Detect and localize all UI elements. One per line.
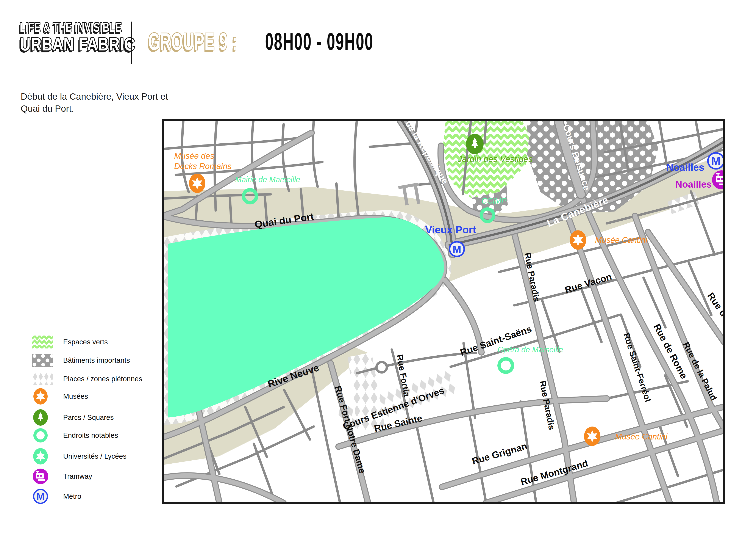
legend-label: Parcs / Squares — [63, 413, 114, 422]
metro-letter: M — [711, 155, 720, 167]
poi-label-noailles-tram: Noailles — [675, 179, 712, 189]
legend-item-endroits: Endroits notables — [32, 428, 53, 443]
title-line1: LIFE & THE INVISIBLE — [20, 21, 122, 34]
legend-label: Endroits notables — [63, 431, 118, 439]
poi-label-opera: Opéra de Marseille — [498, 345, 563, 354]
legend-item-places: Places / zones piétonnes — [32, 372, 53, 385]
legend-label: Universités / Lycées — [63, 452, 126, 461]
chevron-swatch-icon — [32, 336, 53, 349]
legend-label: Musées — [63, 392, 88, 401]
diamond-swatch-icon — [32, 372, 53, 385]
legend-label: Bâtiments importants — [63, 356, 130, 364]
legend-item-parcs: Parcs / Squares — [32, 409, 53, 426]
legend-item-metro: M Métro — [32, 488, 53, 505]
metro-marker-vieux-port: M — [449, 242, 464, 256]
title-line2: URBAN FABRIC — [20, 35, 135, 54]
poi-label-vieux-port: Vieux Port — [425, 224, 476, 236]
legend-label: Places / zones piétonnes — [63, 375, 142, 383]
route-description: Début de la Canebière, Vieux Port et Qua… — [21, 91, 180, 115]
city-map: M M Quai du Port Rive Neuve Cours Estien… — [162, 119, 725, 504]
legend-item-musees: Musées — [32, 388, 53, 405]
metro-marker-noailles: M — [708, 153, 724, 169]
poi-label-jardin-des-vestiges: Jardin des Vestiges — [458, 154, 533, 164]
poi-label-noailles-metro: Noailles — [666, 162, 704, 173]
park-marker-jardin — [466, 134, 484, 154]
metro-letter: M — [452, 243, 461, 255]
svg-text:M: M — [37, 491, 44, 502]
poi-label-musee-cantini-lower: Musée Cantini — [615, 432, 668, 441]
group-header: GROUPE 9 : 08H00 - 09H00 — [148, 28, 440, 55]
legend-item-batiments: Bâtiments importants — [32, 354, 53, 367]
poi-label-ccimp: CCIMP — [481, 196, 506, 205]
tram-icon — [32, 468, 53, 485]
legend-label: Métro — [63, 492, 81, 500]
university-icon — [32, 448, 53, 465]
metro-icon: M — [32, 488, 53, 505]
map-canvas: M M Quai du Port Rive Neuve Cours Estien… — [162, 119, 725, 504]
dots-swatch-icon — [32, 354, 53, 367]
museum-marker-docks-romains — [189, 174, 205, 193]
header-divider — [131, 21, 132, 64]
legend-item-universites: Universités / Lycées — [32, 448, 53, 465]
poi-label-musee-docks-line1: Musée des — [174, 152, 214, 160]
app-title: LIFE & THE INVISIBLE URBAN FABRIC — [20, 21, 161, 54]
museum-marker-cantini-upper — [570, 230, 586, 250]
notable-ring-icon — [32, 428, 53, 443]
legend-item-espaces-verts: Espaces verts — [32, 336, 53, 349]
poi-label-mairie: Mairie de Marseille — [235, 175, 300, 184]
group-label: GROUPE 9 : — [148, 28, 237, 55]
poi-label-musee-docks-line2: Docks Romains — [174, 162, 231, 171]
page: { "header": { "title_line1": "LIFE & THE… — [0, 0, 756, 535]
park-icon — [32, 409, 53, 426]
legend-item-tramway: Tramway — [32, 468, 53, 485]
legend-label: Tramway — [63, 472, 92, 480]
time-range: 08H00 - 09H00 — [265, 28, 373, 55]
poi-label-musee-cantini-upper: Musée Cantini — [595, 236, 648, 244]
legend-label: Espaces verts — [63, 338, 108, 346]
museum-marker-cantini-lower — [584, 427, 600, 446]
roundabout — [376, 362, 387, 372]
museum-icon — [32, 388, 53, 405]
